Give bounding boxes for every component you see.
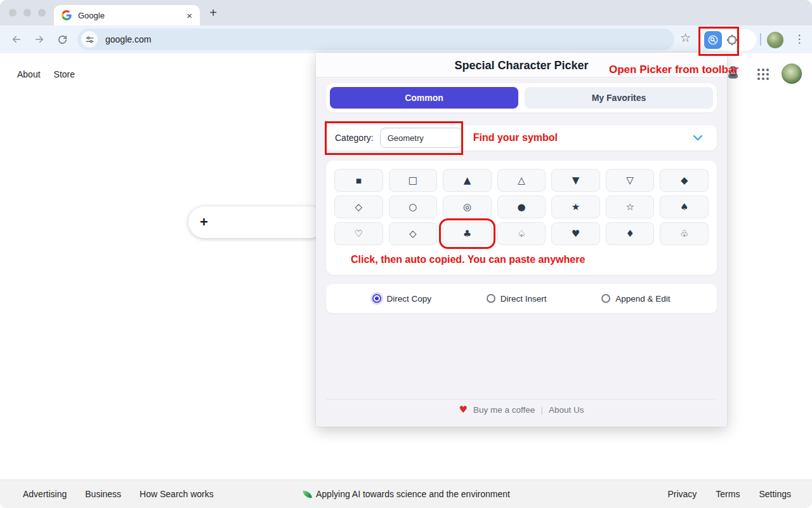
- search-box[interactable]: +: [188, 206, 325, 238]
- address-bar[interactable]: google.com: [77, 29, 674, 50]
- mode-direct-copy[interactable]: Direct Copy: [372, 294, 431, 304]
- symbol-button[interactable]: ♠: [660, 196, 709, 218]
- mode-direct-insert-label: Direct Insert: [501, 294, 547, 304]
- zoom-window-button[interactable]: [38, 9, 46, 17]
- how-search-works-link[interactable]: How Search works: [140, 489, 214, 499]
- about-us-link[interactable]: About Us: [549, 405, 584, 415]
- footer-left-links: Advertising Business How Search works: [23, 489, 214, 499]
- annotation-find-symbol: Find your symbol: [473, 132, 558, 144]
- symbol-button[interactable]: ▲: [443, 169, 492, 192]
- advertising-link[interactable]: Advertising: [23, 489, 67, 499]
- terms-link[interactable]: Terms: [716, 489, 740, 499]
- annotation-box-toolbar-extension: [698, 27, 739, 56]
- minimize-window-button[interactable]: [23, 9, 31, 17]
- tab-title: Google: [78, 11, 105, 20]
- google-account-avatar[interactable]: [782, 64, 802, 84]
- toolbar-divider: [760, 33, 761, 46]
- footer-right-links: Privacy Terms Settings: [667, 489, 791, 499]
- buy-coffee-link[interactable]: Buy me a coffee: [473, 405, 535, 415]
- climate-text[interactable]: Applying AI towards science and the envi…: [316, 489, 510, 499]
- google-favicon: [62, 10, 72, 20]
- annotation-box-category: [325, 121, 463, 155]
- symbol-button[interactable]: ♦: [606, 222, 655, 245]
- tab-common[interactable]: Common: [330, 87, 518, 109]
- new-tab-button[interactable]: +: [206, 5, 221, 20]
- symbol-button[interactable]: △: [497, 169, 546, 192]
- symbol-button[interactable]: ♡: [334, 222, 383, 245]
- radio-append-edit[interactable]: [601, 294, 610, 303]
- browser-tab[interactable]: Google ×: [54, 5, 200, 25]
- mode-direct-insert[interactable]: Direct Insert: [487, 294, 547, 304]
- tab-my-favorites[interactable]: My Favorites: [525, 87, 713, 109]
- mode-append-edit[interactable]: Append & Edit: [601, 294, 670, 304]
- chevron-down-icon[interactable]: [693, 135, 703, 141]
- browser-profile-avatar[interactable]: [767, 32, 783, 48]
- bookmark-star-icon[interactable]: ☆: [680, 32, 691, 44]
- back-icon[interactable]: [9, 32, 24, 47]
- annotation-open-picker: Open Picker from toolbar: [609, 64, 738, 76]
- popup-footer-divider: [326, 399, 717, 399]
- site-settings-icon[interactable]: [81, 31, 98, 48]
- chrome-menu-icon[interactable]: ⋮: [792, 32, 807, 47]
- popup-footer: ♥ Buy me a coffee | About Us: [316, 404, 727, 415]
- paste-mode-bar: Direct Copy Direct Insert Append & Edit: [326, 284, 717, 313]
- symbol-button[interactable]: ◆: [660, 169, 709, 192]
- symbol-button[interactable]: ♤: [497, 222, 546, 245]
- symbol-button[interactable]: ▪: [334, 169, 383, 192]
- symbol-button-club-highlighted[interactable]: ♣: [443, 222, 492, 245]
- mode-direct-copy-label: Direct Copy: [386, 294, 431, 304]
- symbol-button[interactable]: ▽: [606, 169, 655, 192]
- popup-tabs: Common My Favorites: [326, 83, 717, 112]
- radio-direct-insert[interactable]: [487, 294, 495, 303]
- annotation-copy-hint: Click, then auto copied. You can paste a…: [351, 254, 709, 265]
- symbol-button[interactable]: ◎: [443, 196, 492, 218]
- footer-separator: |: [540, 405, 543, 415]
- symbol-button[interactable]: ♧: [660, 222, 709, 245]
- about-link[interactable]: About: [17, 69, 41, 79]
- symbol-button[interactable]: ★: [551, 196, 600, 218]
- symbol-button[interactable]: ○: [389, 196, 438, 218]
- symbol-button[interactable]: ◇: [389, 222, 438, 245]
- macos-traffic-lights: [9, 9, 46, 17]
- reload-icon[interactable]: [55, 32, 70, 47]
- leaf-icon: [303, 490, 312, 499]
- symbol-button[interactable]: ◇: [334, 196, 383, 218]
- url-text[interactable]: google.com: [105, 34, 151, 44]
- search-plus-icon[interactable]: +: [200, 215, 208, 229]
- symbol-button[interactable]: ▼: [551, 169, 600, 192]
- symbol-grid: ▪ □ ▲ △ ▼ ▽ ◆ ◇ ○ ◎ ● ★ ☆ ♠ ♡ ◇ ♣ ♤ ♥ ♦: [334, 169, 709, 245]
- symbol-grid-card: ▪ □ ▲ △ ▼ ▽ ◆ ◇ ○ ◎ ● ★ ☆ ♠ ♡ ◇ ♣ ♤ ♥ ♦: [326, 161, 717, 275]
- symbol-button[interactable]: ☆: [606, 196, 655, 218]
- character-picker-popup: Special Character Picker Common My Favor…: [316, 53, 727, 427]
- heart-icon: ♥: [459, 404, 468, 415]
- symbol-button[interactable]: ♥: [551, 222, 600, 245]
- footer-climate-link[interactable]: Applying AI towards science and the envi…: [303, 489, 510, 499]
- tab-close-icon[interactable]: ×: [187, 11, 192, 20]
- symbol-button[interactable]: ●: [497, 196, 546, 218]
- browser-window: Google × + google.com ☆: [0, 0, 812, 508]
- page-top-nav: About Store: [17, 69, 75, 79]
- forward-icon[interactable]: [32, 32, 47, 47]
- settings-link[interactable]: Settings: [759, 489, 791, 499]
- privacy-link[interactable]: Privacy: [667, 489, 697, 499]
- tab-strip: Google × +: [0, 0, 812, 25]
- radio-direct-copy[interactable]: [372, 294, 381, 303]
- store-link[interactable]: Store: [54, 69, 75, 79]
- symbol-button[interactable]: □: [389, 169, 438, 192]
- close-window-button[interactable]: [9, 9, 16, 17]
- business-link[interactable]: Business: [85, 489, 121, 499]
- google-apps-icon[interactable]: [757, 69, 769, 80]
- google-footer: Advertising Business How Search works Ap…: [0, 479, 812, 508]
- mode-append-edit-label: Append & Edit: [615, 294, 670, 304]
